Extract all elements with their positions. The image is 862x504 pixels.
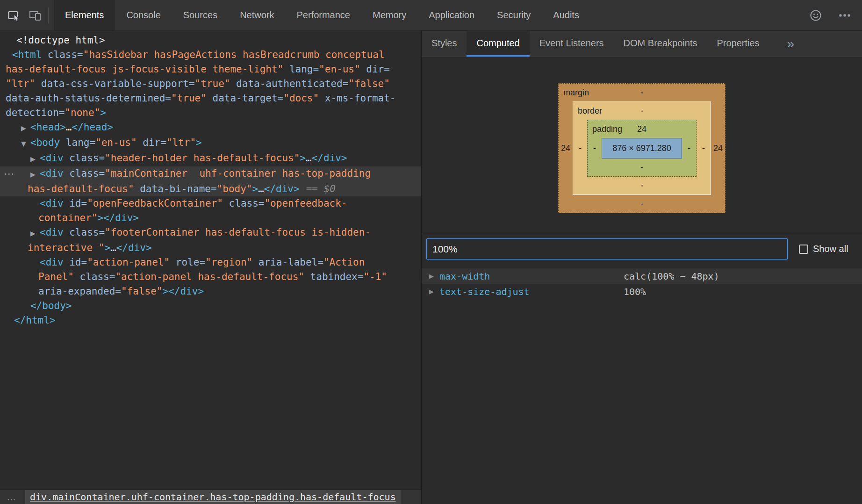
dom-tree-line[interactable]: ▶<head>…</head>: [0, 120, 421, 136]
code-val: "openfeedback-: [264, 198, 347, 209]
code-attr: data-bi-name=: [134, 183, 217, 194]
collapsed-disclosure-triangle-icon[interactable]: ▶: [30, 167, 40, 182]
computed-property-row[interactable]: ▶text-size-adjust100%: [422, 284, 862, 299]
dom-tree-line[interactable]: has-default-focus js-focus-visible theme…: [0, 62, 421, 77]
box-model-content[interactable]: 876 × 6971.280: [602, 138, 682, 158]
code-tag: >: [300, 152, 306, 164]
breadcrumb-selected-node[interactable]: div.mainContainer.uhf-container.has-top-…: [25, 490, 401, 504]
code-attr: class=: [64, 152, 105, 164]
dom-tree-line[interactable]: ▶<div class="footerContainer has-default…: [0, 225, 421, 241]
code-val: Panel": [38, 271, 74, 282]
margin-left-value[interactable]: 24: [559, 144, 573, 153]
border-right-value[interactable]: -: [697, 144, 711, 153]
code-val: "mainContainer uhf-container has-top-pad…: [105, 168, 371, 179]
tab-sources[interactable]: Sources: [172, 0, 229, 30]
dom-tree-line[interactable]: has-default-focus" data-bi-name="body">……: [0, 182, 421, 196]
collapsed-disclosure-triangle-icon[interactable]: ▶: [30, 226, 40, 241]
tab-security[interactable]: Security: [486, 0, 542, 30]
show-all-checkbox[interactable]: [799, 245, 808, 254]
margin-label: margin: [563, 88, 589, 98]
device-toolbar-icon-glyph: [28, 8, 42, 22]
toolbar-right: [798, 0, 862, 30]
border-top-value[interactable]: -: [640, 106, 643, 116]
more-tabs-chevron-icon[interactable]: »: [780, 31, 802, 57]
padding-left-value[interactable]: -: [588, 144, 602, 153]
computed-property-value: 100%: [624, 286, 646, 297]
code-attr: aria-label=: [252, 257, 323, 268]
dom-tree-line[interactable]: <html class="hasSidebar hasPageActions h…: [0, 48, 421, 62]
dom-tree-line[interactable]: <div id="action-panel" role="region" ari…: [0, 255, 421, 270]
code-val: interactive ": [28, 242, 104, 253]
inspect-icon[interactable]: [3, 5, 24, 26]
sidebar-tabs: StylesComputedEvent ListenersDOM Breakpo…: [422, 31, 769, 57]
sidebar-tab-event-listeners[interactable]: Event Listeners: [530, 31, 614, 57]
smiley-icon-glyph: [809, 9, 822, 22]
tab-application[interactable]: Application: [417, 0, 486, 30]
expanded-disclosure-triangle-icon[interactable]: ▼: [21, 137, 30, 151]
border-left-value[interactable]: -: [573, 144, 587, 153]
sidebar-tab-dom-breakpoints[interactable]: DOM Breakpoints: [614, 31, 707, 57]
sidebar-tab-computed[interactable]: Computed: [467, 31, 529, 57]
devtools-window: ElementsConsoleSourcesNetworkPerformance…: [0, 0, 862, 504]
code-tag: <div: [40, 168, 64, 179]
collapsed-disclosure-triangle-icon[interactable]: ▶: [429, 288, 439, 295]
code-attr: lang=: [283, 64, 319, 75]
computed-property-row[interactable]: ▶max-widthcalc(100% − 48px): [422, 268, 862, 284]
tab-network[interactable]: Network: [229, 0, 285, 30]
dom-tree-line[interactable]: "ltr" data-css-variable-support="true" d…: [0, 77, 421, 91]
padding-bottom-value[interactable]: -: [640, 163, 643, 173]
code-attr: aria-expanded=: [38, 286, 121, 297]
collapsed-disclosure-triangle-icon[interactable]: ▶: [30, 152, 40, 166]
line-overflow-indicator[interactable]: ⋯: [4, 166, 14, 181]
dom-tree-line[interactable]: <div id="openFeedbackContainer" class="o…: [0, 196, 421, 211]
dom-tree-line[interactable]: </body>: [0, 299, 421, 313]
code-flag: == $0: [300, 183, 336, 194]
code-tag: >: [100, 107, 106, 118]
dom-tree-line[interactable]: ⋯▶<div class="mainContainer uhf-containe…: [0, 166, 421, 182]
tab-audits[interactable]: Audits: [542, 0, 590, 30]
code-attr: data-target=: [207, 93, 283, 104]
margin-right-value[interactable]: 24: [711, 144, 725, 153]
dom-tree-line[interactable]: </html>: [0, 313, 421, 328]
tab-memory[interactable]: Memory: [361, 0, 417, 30]
code-tag: </body>: [30, 300, 72, 311]
code-tag: <body: [30, 137, 60, 148]
collapsed-disclosure-triangle-icon[interactable]: ▶: [21, 121, 30, 136]
code-attr: tabindex=: [304, 271, 363, 282]
computed-filter-row: Show all: [422, 234, 862, 264]
overflow-menu-icon-glyph: [838, 9, 852, 22]
dom-tree-line[interactable]: container"></div>: [0, 211, 421, 225]
padding-top-value[interactable]: 24: [637, 124, 646, 134]
code-tag: </head>: [72, 122, 114, 133]
dom-tree-line[interactable]: data-auth-status-determined="true" data-…: [0, 91, 421, 106]
sidebar-tab-styles[interactable]: Styles: [422, 31, 467, 57]
dom-tree-line[interactable]: aria-expanded="false"></div>: [0, 284, 421, 299]
collapsed-disclosure-triangle-icon[interactable]: ▶: [429, 273, 439, 280]
tab-elements[interactable]: Elements: [54, 0, 115, 30]
padding-right-value[interactable]: -: [682, 144, 696, 153]
dom-tree-line[interactable]: detection="none">: [0, 106, 421, 120]
filter-input[interactable]: [426, 238, 788, 259]
tab-console[interactable]: Console: [115, 0, 172, 30]
dom-tree-line[interactable]: Panel" class="action-panel has-default-f…: [0, 270, 421, 284]
border-bottom-value[interactable]: -: [640, 181, 643, 191]
sidebar-tab-properties[interactable]: Properties: [707, 31, 769, 57]
code-tag: >: [196, 137, 202, 148]
main-toolbar: ElementsConsoleSourcesNetworkPerformance…: [0, 0, 862, 31]
dom-tree-line[interactable]: interactive ">…</div>: [0, 241, 421, 255]
code-val: "action-panel": [87, 257, 170, 268]
device-toolbar-icon[interactable]: [24, 5, 46, 26]
dom-tree-line[interactable]: <!doctype html>: [0, 33, 421, 48]
feedback-smiley-icon[interactable]: [805, 5, 826, 26]
tab-performance[interactable]: Performance: [286, 0, 362, 30]
dom-tree-line[interactable]: ▶<div class="header-holder has-default-f…: [0, 151, 421, 166]
code-attr: data-css-variable-support=: [35, 78, 194, 89]
sidebar-tab-bar: StylesComputedEvent ListenersDOM Breakpo…: [422, 31, 862, 57]
dom-tree-line[interactable]: ▼<body lang="en-us" dir="ltr">: [0, 136, 421, 151]
overflow-menu-icon[interactable]: [834, 5, 855, 26]
breadcrumb-overflow[interactable]: …: [0, 490, 22, 504]
margin-top-value[interactable]: -: [640, 88, 643, 98]
code-val: "none": [65, 107, 100, 118]
dom-tree: <!doctype html><html class="hasSidebar h…: [0, 31, 421, 490]
margin-bottom-value[interactable]: -: [640, 199, 643, 209]
